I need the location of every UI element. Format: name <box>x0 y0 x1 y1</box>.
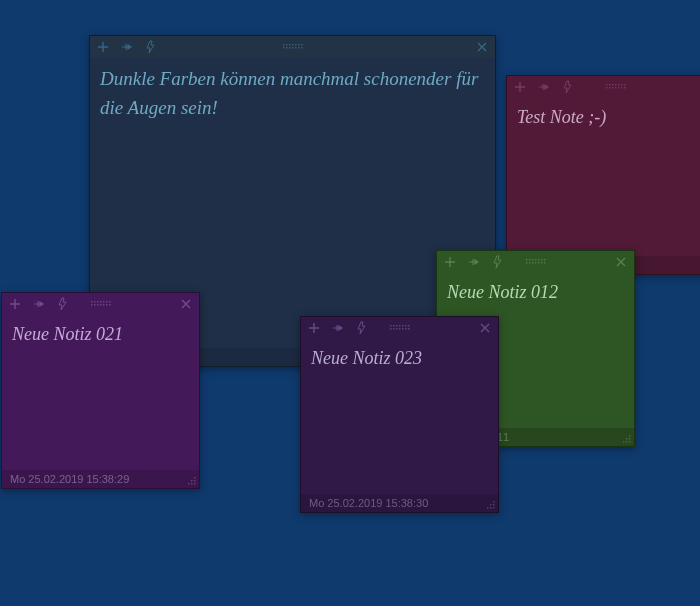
note-body[interactable]: Neue Notiz 023 <box>301 339 498 494</box>
add-note-icon[interactable] <box>513 80 527 94</box>
note-titlebar[interactable] <box>507 76 700 98</box>
titlebar-left-group <box>307 321 369 335</box>
note-titlebar[interactable] <box>437 251 634 273</box>
drag-grip-icon[interactable] <box>526 259 546 265</box>
svg-rect-26 <box>624 84 626 86</box>
close-icon[interactable] <box>478 321 492 335</box>
svg-rect-96 <box>493 504 495 506</box>
bolt-icon[interactable] <box>355 321 369 335</box>
svg-rect-41 <box>529 259 531 261</box>
svg-rect-73 <box>109 304 111 306</box>
svg-rect-50 <box>535 262 537 264</box>
svg-rect-84 <box>402 325 404 327</box>
svg-rect-78 <box>191 483 193 485</box>
svg-rect-94 <box>493 501 495 503</box>
add-note-icon[interactable] <box>443 255 457 269</box>
svg-rect-95 <box>490 504 492 506</box>
add-note-icon[interactable] <box>8 297 22 311</box>
svg-rect-62 <box>97 301 99 303</box>
pin-icon[interactable] <box>32 297 46 311</box>
svg-rect-67 <box>91 304 93 306</box>
pin-icon[interactable] <box>537 80 551 94</box>
svg-rect-59 <box>629 441 631 443</box>
svg-rect-87 <box>390 328 392 330</box>
bolt-icon[interactable] <box>144 40 158 54</box>
svg-rect-10 <box>292 47 294 49</box>
close-icon[interactable] <box>179 297 193 311</box>
svg-rect-81 <box>393 325 395 327</box>
svg-rect-28 <box>609 87 611 89</box>
svg-rect-98 <box>490 507 492 509</box>
svg-rect-8 <box>286 47 288 49</box>
svg-rect-85 <box>405 325 407 327</box>
svg-rect-33 <box>624 87 626 89</box>
drag-grip-icon[interactable] <box>606 84 626 90</box>
add-note-icon[interactable] <box>307 321 321 335</box>
svg-rect-82 <box>396 325 398 327</box>
bolt-icon[interactable] <box>56 297 70 311</box>
resize-grip-icon[interactable] <box>622 434 632 444</box>
svg-rect-20 <box>606 84 608 86</box>
svg-rect-88 <box>393 328 395 330</box>
drag-grip-icon[interactable] <box>283 44 303 50</box>
svg-rect-22 <box>612 84 614 86</box>
svg-rect-71 <box>103 304 105 306</box>
svg-rect-43 <box>535 259 537 261</box>
svg-rect-25 <box>621 84 623 86</box>
close-icon[interactable] <box>614 255 628 269</box>
note-titlebar[interactable] <box>301 317 498 339</box>
svg-rect-12 <box>298 47 300 49</box>
svg-rect-44 <box>538 259 540 261</box>
svg-rect-54 <box>629 435 631 437</box>
svg-rect-9 <box>289 47 291 49</box>
sticky-note[interactable]: Neue Notiz 021Mo 25.02.2019 15:38:29 <box>1 292 200 489</box>
svg-rect-48 <box>529 262 531 264</box>
svg-rect-11 <box>295 47 297 49</box>
svg-rect-55 <box>626 438 628 440</box>
pin-icon[interactable] <box>331 321 345 335</box>
svg-rect-51 <box>538 262 540 264</box>
svg-rect-89 <box>396 328 398 330</box>
svg-rect-70 <box>100 304 102 306</box>
svg-rect-57 <box>623 441 625 443</box>
svg-rect-5 <box>298 44 300 46</box>
svg-rect-21 <box>609 84 611 86</box>
svg-rect-40 <box>526 259 528 261</box>
note-body[interactable]: Test Note ;-) <box>507 98 700 256</box>
resize-grip-icon[interactable] <box>187 476 197 486</box>
add-note-icon[interactable] <box>96 40 110 54</box>
svg-rect-65 <box>106 301 108 303</box>
drag-grip-icon[interactable] <box>91 301 111 307</box>
svg-rect-30 <box>615 87 617 89</box>
svg-rect-7 <box>283 47 285 49</box>
svg-rect-74 <box>194 477 196 479</box>
svg-rect-45 <box>541 259 543 261</box>
svg-rect-32 <box>621 87 623 89</box>
note-titlebar[interactable] <box>2 293 199 315</box>
svg-rect-61 <box>94 301 96 303</box>
svg-rect-1 <box>286 44 288 46</box>
svg-rect-76 <box>194 480 196 482</box>
close-icon[interactable] <box>475 40 489 54</box>
svg-rect-58 <box>626 441 628 443</box>
drag-grip-icon[interactable] <box>390 325 410 331</box>
pin-icon[interactable] <box>120 40 134 54</box>
note-titlebar[interactable] <box>90 36 495 58</box>
svg-rect-13 <box>301 47 303 49</box>
svg-rect-56 <box>629 438 631 440</box>
resize-grip-icon[interactable] <box>486 500 496 510</box>
svg-rect-47 <box>526 262 528 264</box>
note-body[interactable]: Neue Notiz 021 <box>2 315 199 470</box>
bolt-icon[interactable] <box>561 80 575 94</box>
svg-rect-24 <box>618 84 620 86</box>
sticky-note[interactable]: Neue Notiz 023Mo 25.02.2019 15:38:30 <box>300 316 499 513</box>
note-statusbar: Mo 25.02.2019 15:38:29 <box>2 470 199 488</box>
svg-rect-46 <box>544 259 546 261</box>
svg-rect-53 <box>544 262 546 264</box>
svg-rect-69 <box>97 304 99 306</box>
pin-icon[interactable] <box>467 255 481 269</box>
svg-rect-29 <box>612 87 614 89</box>
sticky-note[interactable]: Test Note ;-) <box>506 75 700 275</box>
bolt-icon[interactable] <box>491 255 505 269</box>
svg-rect-64 <box>103 301 105 303</box>
